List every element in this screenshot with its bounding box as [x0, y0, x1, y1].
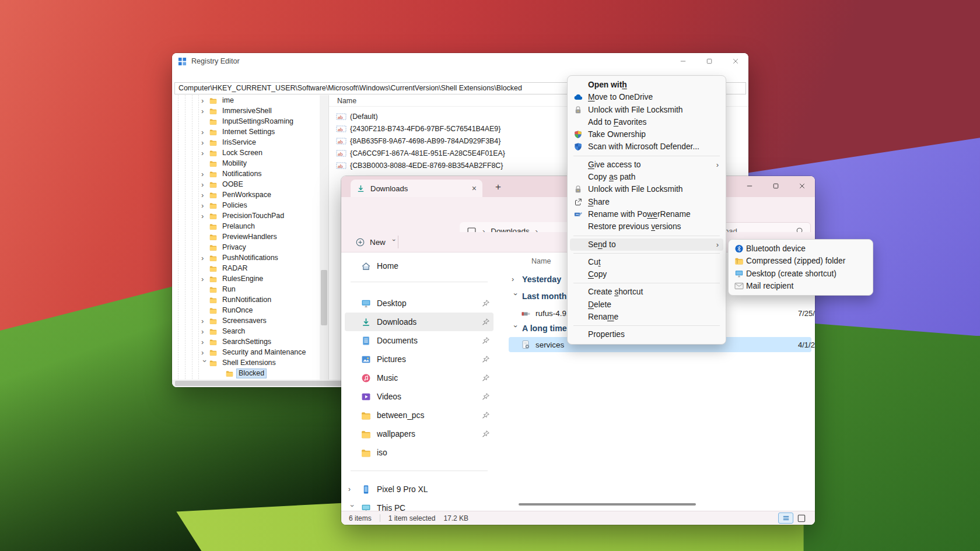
- context-menu-item[interactable]: Copy ›: [570, 268, 723, 280]
- context-menu-item[interactable]: Take Ownership ›: [570, 128, 723, 141]
- sidebar-item[interactable]: Pictures: [345, 350, 494, 368]
- registry-tree-item[interactable]: › ime: [172, 95, 320, 106]
- chevron-icon[interactable]: ›: [201, 328, 209, 335]
- context-menu-item[interactable]: Unlock with File Locksmith ›: [570, 183, 723, 195]
- registry-tree-item[interactable]: RunOnce: [172, 305, 320, 315]
- registry-tree-item[interactable]: PreviewHandlers: [172, 231, 320, 242]
- context-menu-item[interactable]: Properties ›: [570, 328, 723, 341]
- sidebar-item[interactable]: Documents: [345, 331, 494, 350]
- window-control-button[interactable]: [670, 53, 696, 69]
- toolbar-icon[interactable]: [403, 236, 415, 248]
- context-menu-item[interactable]: Add to Favorites ›: [570, 116, 723, 128]
- toolbar-icon[interactable]: [543, 236, 555, 248]
- new-tab-button[interactable]: +: [492, 181, 505, 194]
- context-menu-item[interactable]: Cut ›: [570, 256, 723, 268]
- context-menu-item[interactable]: Give access to ›: [570, 159, 723, 171]
- toolbar-icon[interactable]: [431, 236, 443, 248]
- window-control-button[interactable]: [789, 176, 815, 196]
- context-menu-item[interactable]: Scan with Microsoft Defender... ›: [570, 141, 723, 153]
- details-view-button[interactable]: [778, 513, 793, 524]
- sidebar-item[interactable]: [351, 471, 488, 471]
- sidebar-item[interactable]: › Pixel 9 Pro XL: [345, 480, 494, 499]
- chevron-icon[interactable]: ›: [201, 275, 209, 283]
- registry-tree-item[interactable]: RunNotification: [172, 294, 320, 305]
- toolbar-icon[interactable]: [459, 236, 471, 248]
- sidebar-item[interactable]: Desktop: [345, 294, 494, 313]
- chevron-icon[interactable]: ›: [201, 338, 209, 346]
- registry-tree-item[interactable]: › IrisService: [172, 137, 320, 148]
- registry-tree-item[interactable]: › Internet Settings: [172, 127, 320, 137]
- sidebar-item[interactable]: Home: [345, 257, 494, 275]
- new-button[interactable]: New ›: [349, 233, 404, 251]
- registry-tree-item[interactable]: › Notifications: [172, 169, 320, 179]
- registry-tree-item[interactable]: › Security and Maintenance: [172, 347, 320, 357]
- registry-tree-item[interactable]: InputSettingsRoaming: [172, 116, 320, 127]
- send-to-menu-item[interactable]: Compressed (zipped) folder ›: [731, 255, 870, 267]
- send-to-menu-item[interactable]: Desktop (create shortcut) ›: [731, 268, 870, 280]
- registry-tree-item[interactable]: › RulesEngine: [172, 273, 320, 284]
- window-control-button[interactable]: [696, 53, 722, 69]
- chevron-icon[interactable]: ›: [201, 97, 209, 104]
- sidebar-item[interactable]: [351, 282, 488, 282]
- context-menu-item[interactable]: Copy as path ›: [570, 171, 723, 183]
- sidebar-item[interactable]: iso: [345, 443, 494, 462]
- context-menu-item[interactable]: Share ›: [570, 196, 723, 208]
- context-menu-item[interactable]: Rename ›: [570, 311, 723, 323]
- chevron-icon[interactable]: ›: [201, 139, 209, 146]
- chevron-icon[interactable]: ›: [512, 276, 520, 283]
- chevron-icon[interactable]: ›: [201, 191, 209, 199]
- scrollbar-thumb[interactable]: [321, 270, 327, 325]
- chevron-icon[interactable]: ›: [201, 128, 209, 136]
- registry-tree-item[interactable]: › PrecisionTouchPad: [172, 210, 320, 221]
- window-control-button[interactable]: [736, 176, 762, 196]
- registry-tree-item[interactable]: Prelaunch: [172, 221, 320, 231]
- registry-tree-item[interactable]: Privacy: [172, 242, 320, 252]
- registry-tree-item[interactable]: › PenWorkspace: [172, 189, 320, 200]
- toolbar-icon[interactable]: [515, 236, 527, 248]
- icons-view-button[interactable]: [796, 513, 807, 524]
- registry-tree-item[interactable]: › SearchSettings: [172, 336, 320, 347]
- tab-downloads[interactable]: Downloads ×: [351, 180, 482, 197]
- registry-titlebar[interactable]: Registry Editor: [172, 53, 748, 69]
- sidebar-item[interactable]: between_pcs: [345, 406, 494, 424]
- chevron-icon[interactable]: ›: [348, 486, 356, 493]
- chevron-icon[interactable]: ›: [512, 293, 519, 301]
- registry-tree-item[interactable]: Run: [172, 284, 320, 294]
- chevron-icon[interactable]: ›: [512, 325, 519, 333]
- send-to-menu-item[interactable]: Bluetooth device ›: [731, 243, 870, 255]
- chevron-icon[interactable]: ›: [201, 170, 209, 178]
- chevron-icon[interactable]: ›: [201, 359, 209, 367]
- chevron-icon[interactable]: ›: [201, 349, 209, 356]
- context-menu-item[interactable]: Send to ›: [570, 238, 723, 251]
- registry-tree-scrollbar[interactable]: [320, 95, 328, 380]
- chevron-icon[interactable]: ›: [201, 254, 209, 262]
- registry-tree-item[interactable]: › Policies: [172, 200, 320, 210]
- send-to-menu-item[interactable]: Mail recipient ›: [731, 280, 870, 292]
- sidebar-item[interactable]: wallpapers: [345, 424, 494, 443]
- context-menu-item[interactable]: Create shortcut ›: [570, 286, 723, 298]
- name-column-header[interactable]: Name: [531, 257, 551, 265]
- sidebar-item[interactable]: › This PC: [345, 499, 494, 511]
- registry-tree-item[interactable]: › ImmersiveShell: [172, 106, 320, 116]
- chevron-icon[interactable]: ›: [201, 107, 209, 115]
- registry-tree-item[interactable]: › Shell Extensions: [172, 357, 320, 368]
- registry-tree-item[interactable]: Mobility: [172, 158, 320, 169]
- chevron-icon[interactable]: ›: [348, 504, 356, 511]
- registry-tree-item[interactable]: › Search: [172, 326, 320, 336]
- registry-tree-item[interactable]: › PushNotifications: [172, 252, 320, 263]
- registry-tree-item[interactable]: Blocked: [172, 368, 320, 378]
- registry-tree-item[interactable]: RADAR: [172, 263, 320, 273]
- chevron-icon[interactable]: ›: [201, 212, 209, 220]
- context-menu-item[interactable]: Open with ›: [570, 79, 723, 91]
- window-control-button[interactable]: [762, 176, 789, 196]
- chevron-icon[interactable]: ›: [201, 181, 209, 188]
- registry-tree-item[interactable]: › Lock Screen: [172, 148, 320, 158]
- context-menu-item[interactable]: Unlock with File Locksmith ›: [570, 104, 723, 116]
- toolbar-icon[interactable]: [487, 236, 499, 248]
- chevron-icon[interactable]: ›: [201, 317, 209, 325]
- registry-tree-item[interactable]: › Screensavers: [172, 315, 320, 326]
- context-menu-item[interactable]: Delete ›: [570, 299, 723, 311]
- chevron-icon[interactable]: ›: [201, 202, 209, 209]
- sidebar-item[interactable]: Videos: [345, 387, 494, 406]
- context-menu-item[interactable]: Move to OneDrive ›: [570, 91, 723, 103]
